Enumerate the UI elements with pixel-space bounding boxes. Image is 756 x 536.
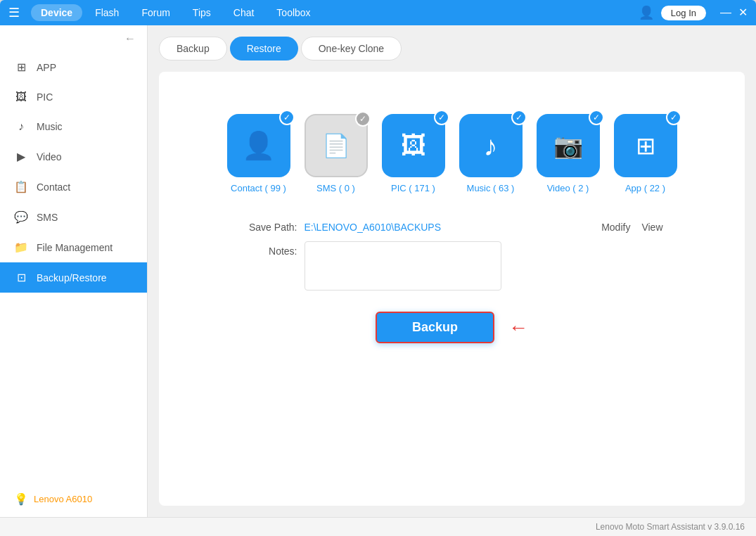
contact-item-box: 👤 ✓ [227, 114, 290, 177]
backup-item-pic[interactable]: 🖼 ✓ PIC ( 171 ) [382, 114, 445, 193]
app-item-label: App ( 22 ) [625, 183, 665, 193]
backup-icon: ⊡ [14, 271, 28, 284]
contact-item-label: Contact ( 99 ) [231, 183, 286, 193]
sidebar-label-video: Video [37, 151, 62, 162]
sidebar-label-backup: Backup/Restore [37, 272, 107, 283]
contact-icon: 📋 [14, 180, 28, 193]
video-item-icon: 📷 [553, 132, 583, 160]
sidebar-item-pic[interactable]: 🖼 PIC [0, 82, 147, 112]
sms-check: ✓ [355, 111, 371, 127]
save-path-row: Save Path: E:\LENOVO_A6010\BACKUPS Modif… [241, 222, 663, 233]
sidebar-nav: ⊞ APP 🖼 PIC ♪ Music ▶ Video 📋 Contac [0, 52, 147, 481]
sidebar-toggle[interactable]: ← [0, 25, 147, 52]
contact-check: ✓ [279, 110, 295, 125]
main-window: ☰ Device Flash Forum Tips Chat Toolbox 👤… [0, 0, 756, 536]
sidebar: ← ⊞ APP 🖼 PIC ♪ Music ▶ Video [0, 25, 148, 517]
music-item-box: ♪ ✓ [459, 114, 523, 177]
pic-item-box: 🖼 ✓ [382, 114, 445, 177]
music-check: ✓ [511, 110, 527, 125]
backup-item-sms[interactable]: 📄 ✓ SMS ( 0 ) [305, 114, 368, 193]
minimize-button[interactable]: — [720, 7, 731, 18]
login-button[interactable]: Log In [661, 6, 706, 20]
tab-one-key-clone[interactable]: One-key Clone [301, 37, 402, 60]
sidebar-item-sms[interactable]: 💬 SMS [0, 202, 147, 232]
backup-item-music[interactable]: ♪ ✓ Music ( 63 ) [459, 114, 523, 193]
video-check: ✓ [589, 110, 604, 125]
sms-item-icon: 📄 [322, 132, 350, 159]
sidebar-label-file: File Management [37, 242, 113, 253]
video-item-box: 📷 ✓ [537, 114, 600, 177]
sidebar-item-file-management[interactable]: 📁 File Management [0, 232, 147, 262]
pic-item-label: PIC ( 171 ) [391, 183, 435, 193]
device-label: Lenovo A6010 [34, 494, 92, 504]
backup-button-area: Backup ← [376, 312, 528, 343]
window-controls: — ✕ [720, 7, 748, 18]
nav-flash[interactable]: Flash [85, 4, 129, 21]
music-item-icon: ♪ [484, 130, 498, 162]
sms-icon: 💬 [14, 210, 28, 224]
sidebar-item-music[interactable]: ♪ Music [0, 112, 147, 141]
music-icon: ♪ [14, 120, 28, 133]
pic-item-icon: 🖼 [401, 131, 426, 160]
close-button[interactable]: ✕ [738, 7, 748, 18]
bulb-icon: 💡 [14, 492, 28, 506]
app-item-box: ⊞ ✓ [614, 114, 677, 177]
nav-chat[interactable]: Chat [224, 4, 264, 21]
notes-input[interactable] [305, 241, 501, 291]
sidebar-item-backup-restore[interactable]: ⊡ Backup/Restore [0, 262, 147, 293]
backup-item-video[interactable]: 📷 ✓ Video ( 2 ) [537, 114, 600, 193]
titlebar: ☰ Device Flash Forum Tips Chat Toolbox 👤… [0, 0, 756, 25]
app-check: ✓ [666, 110, 681, 125]
sms-item-label: SMS ( 0 ) [316, 183, 355, 193]
main-layout: ← ⊞ APP 🖼 PIC ♪ Music ▶ Video [0, 25, 756, 517]
sidebar-label-music: Music [37, 121, 63, 132]
backup-items: 👤 ✓ Contact ( 99 ) 📄 ✓ SMS ( 0 ) [227, 114, 677, 193]
backup-item-app[interactable]: ⊞ ✓ App ( 22 ) [614, 114, 677, 193]
path-actions: Modify View [601, 222, 662, 233]
video-icon: ▶ [14, 150, 28, 163]
sidebar-label-pic: PIC [37, 91, 53, 103]
nav-device[interactable]: Device [31, 4, 82, 21]
sidebar-label-sms: SMS [37, 212, 58, 223]
nav-forum[interactable]: Forum [132, 4, 179, 21]
save-path-value: E:\LENOVO_A6010\BACKUPS [305, 222, 595, 233]
content-area: Backup Restore One-key Clone 👤 ✓ Contact… [148, 25, 756, 517]
sidebar-label-app: APP [37, 62, 56, 73]
nav-tips[interactable]: Tips [183, 4, 221, 21]
file-icon: 📁 [14, 241, 28, 254]
contact-item-icon: 👤 [242, 130, 275, 161]
sidebar-item-contact[interactable]: 📋 Contact [0, 172, 147, 202]
backup-item-contact[interactable]: 👤 ✓ Contact ( 99 ) [227, 114, 290, 193]
titlebar-left: ☰ Device Flash Forum Tips Chat Toolbox [8, 4, 321, 21]
main-card: 👤 ✓ Contact ( 99 ) 📄 ✓ SMS ( 0 ) [159, 72, 745, 506]
device-info[interactable]: 💡 Lenovo A6010 [0, 481, 147, 517]
nav-items: Device Flash Forum Tips Chat Toolbox [31, 4, 321, 21]
music-item-label: Music ( 63 ) [467, 183, 515, 193]
footer: Lenovo Moto Smart Assistant v 3.9.0.16 [0, 517, 756, 536]
sidebar-label-contact: Contact [37, 181, 70, 193]
sidebar-item-app[interactable]: ⊞ APP [0, 52, 147, 82]
modify-button[interactable]: Modify [601, 222, 630, 233]
video-item-label: Video ( 2 ) [547, 183, 589, 193]
save-path-label: Save Path: [241, 222, 297, 233]
pic-icon: 🖼 [14, 91, 28, 103]
tab-backup[interactable]: Backup [159, 37, 227, 60]
backup-button[interactable]: Backup [376, 312, 494, 343]
sms-item-box: 📄 ✓ [305, 114, 368, 177]
nav-toolbox[interactable]: Toolbox [267, 4, 320, 21]
footer-text: Lenovo Moto Smart Assistant v 3.9.0.16 [596, 522, 745, 532]
tabs: Backup Restore One-key Clone [159, 37, 745, 60]
tab-restore[interactable]: Restore [230, 37, 298, 60]
app-item-icon: ⊞ [636, 132, 655, 160]
user-icon: 👤 [639, 5, 654, 20]
notes-label: Notes: [241, 241, 297, 257]
pic-check: ✓ [434, 110, 449, 125]
arrow-icon: ← [508, 317, 528, 339]
view-button[interactable]: View [641, 222, 662, 233]
hamburger-icon[interactable]: ☰ [8, 5, 20, 20]
sidebar-item-video[interactable]: ▶ Video [0, 141, 147, 172]
app-icon: ⊞ [14, 60, 28, 74]
notes-row: Notes: [241, 241, 663, 291]
titlebar-right: 👤 Log In — ✕ [639, 5, 748, 20]
